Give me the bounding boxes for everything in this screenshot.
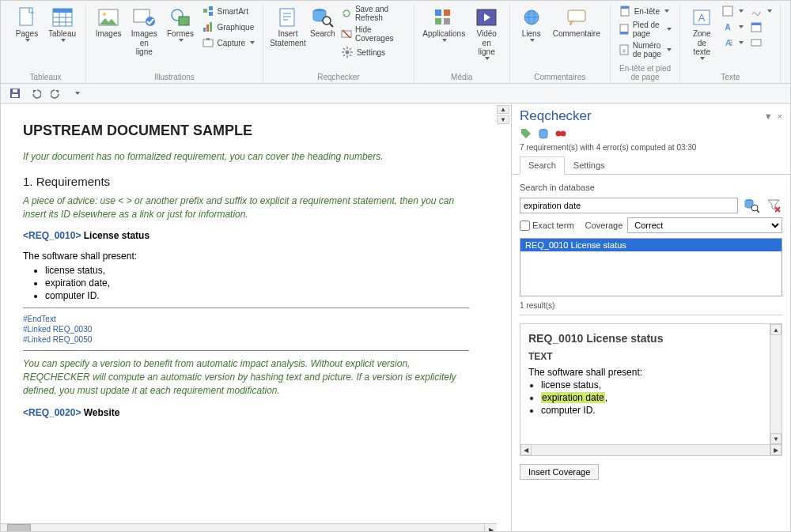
- entete-label: En-tête: [634, 7, 660, 16]
- liens-button[interactable]: Liens: [517, 4, 547, 43]
- tableau-label: Tableau: [48, 29, 76, 39]
- preview-scroll-right[interactable]: ▶: [770, 444, 782, 455]
- document-pane[interactable]: ▲ ▼ UPSTREAM DOCUMENT SAMPLE If your doc…: [1, 104, 512, 532]
- preview-scroll-left[interactable]: ◀: [520, 444, 532, 455]
- ribbon-group-reqchecker: Insert Statement Search Save and Refresh…: [263, 4, 414, 83]
- preview-heading: TEXT: [528, 351, 774, 362]
- page-icon: [15, 6, 39, 29]
- svg-rect-12: [179, 17, 189, 25]
- search-ribbon-button[interactable]: Search: [309, 4, 336, 40]
- liens-icon: [520, 6, 543, 29]
- tab-search[interactable]: Search: [520, 157, 565, 175]
- exact-term-checkbox[interactable]: Exact term: [520, 221, 574, 231]
- result-item[interactable]: REQ_0010 License status: [520, 239, 782, 251]
- texte-caption: Texte: [721, 71, 740, 83]
- preview-body-text: The software shall present:: [528, 367, 774, 378]
- qat-more-button[interactable]: [70, 87, 83, 100]
- divider: [23, 308, 469, 308]
- svg-rect-47: [568, 10, 585, 21]
- panel-close-button[interactable]: ×: [778, 111, 782, 121]
- h-scroll-right[interactable]: ▶: [484, 524, 497, 532]
- svg-rect-19: [203, 40, 213, 47]
- hide-coverages-button[interactable]: Hide Coverages: [339, 25, 407, 43]
- pages-button[interactable]: Pages: [12, 4, 42, 43]
- doc-advice-1: If your document has no formalized requi…: [23, 150, 469, 164]
- preview-h-scrollbar[interactable]: [520, 444, 782, 455]
- insert-coverage-button[interactable]: Insert Coverage: [520, 464, 599, 480]
- doc-heading-1: 1. Requirements: [23, 175, 469, 188]
- preview-bullet-highlight: expiration date,: [541, 392, 774, 403]
- tag-icon[interactable]: [520, 127, 532, 140]
- texte-small-6[interactable]: [748, 36, 774, 50]
- ribbon-group-entete: En-tête Pied de page # Numéro de page En…: [611, 4, 681, 83]
- panel-menu-button[interactable]: ▼: [764, 111, 773, 121]
- doc-title: UPSTREAM DOCUMENT SAMPLE: [23, 123, 469, 139]
- texte-small-3[interactable]: A: [720, 36, 745, 50]
- bullet-item: expiration date,: [45, 277, 469, 289]
- svg-point-73: [751, 205, 758, 211]
- smartart-button[interactable]: SmartArt: [200, 4, 257, 18]
- panel-body: Search in database Exact term Coverage C…: [512, 175, 790, 485]
- save-refresh-button[interactable]: Save and Refresh: [339, 4, 407, 23]
- svg-text:#: #: [623, 48, 626, 54]
- tableau-button[interactable]: Tableau: [45, 4, 79, 43]
- entete-button[interactable]: En-tête: [617, 4, 674, 18]
- undo-button[interactable]: [29, 87, 42, 100]
- formes-button[interactable]: Formes: [164, 4, 196, 43]
- texte-small-5[interactable]: [748, 20, 774, 34]
- preview-body: The software shall present: license stat…: [528, 367, 774, 416]
- doc-scroll-up[interactable]: ▲: [497, 105, 509, 114]
- svg-rect-14: [209, 6, 213, 10]
- search-input[interactable]: [520, 198, 738, 213]
- save-button[interactable]: [9, 87, 21, 100]
- svg-rect-15: [209, 12, 213, 16]
- symboles-button[interactable]: Ω Symboles: [787, 4, 791, 43]
- svg-point-30: [345, 51, 349, 55]
- images-button[interactable]: Images: [93, 4, 124, 40]
- insert-statement-label: Insert Statement: [270, 29, 306, 47]
- svg-point-8: [103, 13, 106, 16]
- tab-settings[interactable]: Settings: [565, 157, 614, 174]
- texte-small-1[interactable]: [720, 4, 745, 18]
- coverage-select[interactable]: Correct: [627, 217, 782, 233]
- preview-scroll-down[interactable]: ▼: [770, 433, 782, 444]
- clear-filter-icon[interactable]: [765, 197, 782, 214]
- doc-scroll-down[interactable]: ▼: [497, 115, 509, 124]
- svg-rect-64: [751, 40, 761, 46]
- texte-small-2[interactable]: A: [720, 20, 745, 34]
- h-scroll-thumb[interactable]: [7, 524, 31, 532]
- redo-button[interactable]: [50, 87, 62, 100]
- capture-button[interactable]: Capture: [200, 36, 257, 50]
- doc-horizontal-scrollbar[interactable]: ▶: [1, 523, 497, 532]
- applications-button[interactable]: Applications: [421, 4, 467, 43]
- graphique-label: Graphique: [218, 23, 255, 32]
- svg-rect-51: [620, 32, 628, 34]
- capture-label: Capture: [218, 39, 246, 47]
- panel-status: 7 requirement(s) with 4 error(s) compute…: [512, 140, 790, 157]
- images-en-ligne-button[interactable]: Images en ligne: [127, 4, 161, 58]
- smartart-label: SmartArt: [218, 7, 248, 16]
- svg-line-27: [330, 24, 333, 27]
- numero-label: Numéro de page: [633, 41, 663, 58]
- entete-caption: En-tête et pied de page: [617, 62, 674, 83]
- numero-page-button[interactable]: # Numéro de page: [617, 40, 674, 59]
- texte-small-4[interactable]: [748, 4, 774, 18]
- error-icon[interactable]: [554, 127, 567, 140]
- exact-term-input[interactable]: [520, 221, 530, 231]
- search-db-tool-icon[interactable]: [743, 197, 760, 214]
- signature-icon: [750, 5, 763, 17]
- svg-line-38: [350, 48, 351, 50]
- search-db-icon: [311, 6, 335, 29]
- graphique-button[interactable]: Graphique: [200, 20, 257, 34]
- pied-de-page-button[interactable]: Pied de page: [617, 20, 674, 39]
- reqchecker-settings-button[interactable]: Settings: [339, 45, 407, 59]
- preview-scroll-up[interactable]: ▲: [770, 324, 782, 335]
- results-list[interactable]: REQ_0010 License status: [520, 238, 782, 296]
- images-en-ligne-icon: [132, 6, 156, 29]
- insert-statement-button[interactable]: Insert Statement: [270, 4, 306, 49]
- commentaire-button[interactable]: Commentaire: [550, 4, 604, 40]
- zone-texte-icon: A: [690, 6, 713, 29]
- video-button[interactable]: Vidéo en ligne: [471, 4, 503, 62]
- db-icon[interactable]: [537, 127, 550, 140]
- zone-texte-button[interactable]: A Zone de texte: [687, 4, 717, 62]
